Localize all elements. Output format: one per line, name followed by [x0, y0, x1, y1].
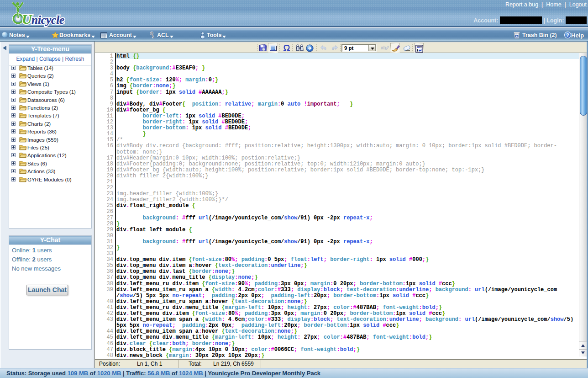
svg-text:?: ? — [566, 32, 569, 38]
svg-text:nicycle: nicycle — [31, 14, 64, 26]
svg-text:ab: ab — [381, 45, 386, 50]
svg-text:U: U — [22, 11, 32, 27]
